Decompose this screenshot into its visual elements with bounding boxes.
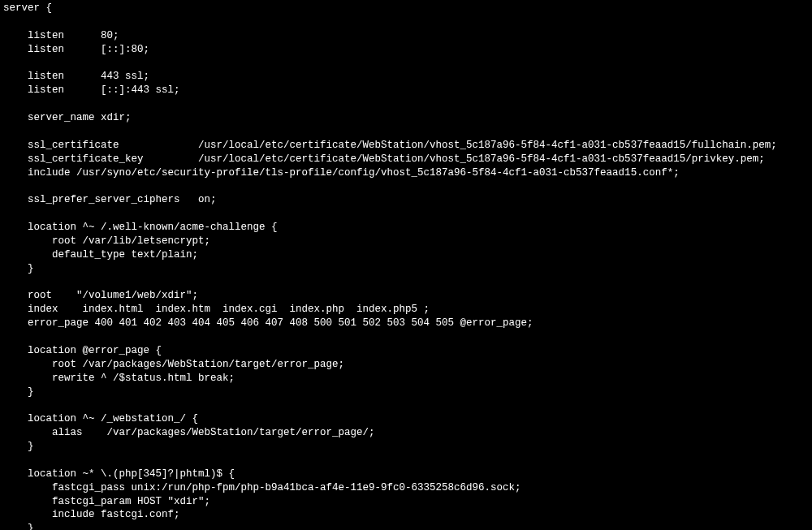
blank-line	[3, 179, 812, 193]
config-line: fastcgi_param HOST "xdir";	[3, 495, 812, 509]
blank-line	[3, 330, 812, 344]
config-line: ssl_certificate /usr/local/etc/certifica…	[3, 139, 812, 153]
config-line: listen 80;	[3, 29, 812, 43]
config-line: alias /var/packages/WebStation/target/er…	[3, 426, 812, 440]
blank-line	[3, 125, 812, 139]
config-line: fastcgi_pass unix:/run/php-fpm/php-b9a41…	[3, 481, 812, 495]
config-line: listen [::]:443 ssl;	[3, 84, 812, 97]
config-line: }	[3, 522, 812, 530]
blank-line	[3, 454, 812, 468]
blank-line	[3, 399, 812, 412]
config-line: ssl_certificate_key /usr/local/etc/certi…	[3, 153, 812, 166]
config-line: }	[3, 386, 812, 399]
blank-line	[3, 97, 812, 111]
config-line: error_page 400 401 402 403 404 405 406 4…	[3, 317, 812, 330]
config-line: }	[3, 440, 812, 454]
config-line: root "/volume1/web/xdir";	[3, 289, 812, 303]
config-line: server {	[3, 2, 812, 15]
config-line: }	[3, 262, 812, 276]
config-line: server_name xdir;	[3, 111, 812, 125]
config-line: default_type text/plain;	[3, 248, 812, 262]
config-line: rewrite ^ /$status.html break;	[3, 372, 812, 386]
blank-line	[3, 57, 812, 71]
config-line: location ^~ /.well-known/acme-challenge …	[3, 221, 812, 235]
config-line: location ~* \.(php[345]?|phtml)$ {	[3, 468, 812, 481]
config-line: index index.html index.htm index.cgi ind…	[3, 303, 812, 317]
blank-line	[3, 207, 812, 221]
config-line: location @error_page {	[3, 344, 812, 358]
blank-line	[3, 15, 812, 29]
nginx-config-block: server { listen 80; listen [::]:80; list…	[0, 0, 812, 530]
config-line: listen [::]:80;	[3, 43, 812, 57]
blank-line	[3, 276, 812, 290]
config-line: root /var/lib/letsencrypt;	[3, 235, 812, 248]
config-line: include /usr/syno/etc/security-profile/t…	[3, 166, 812, 180]
config-line: root /var/packages/WebStation/target/err…	[3, 358, 812, 372]
config-line: location ^~ /_webstation_/ {	[3, 412, 812, 426]
config-line: ssl_prefer_server_ciphers on;	[3, 193, 812, 207]
config-line: listen 443 ssl;	[3, 70, 812, 84]
config-line: include fastcgi.conf;	[3, 508, 812, 522]
